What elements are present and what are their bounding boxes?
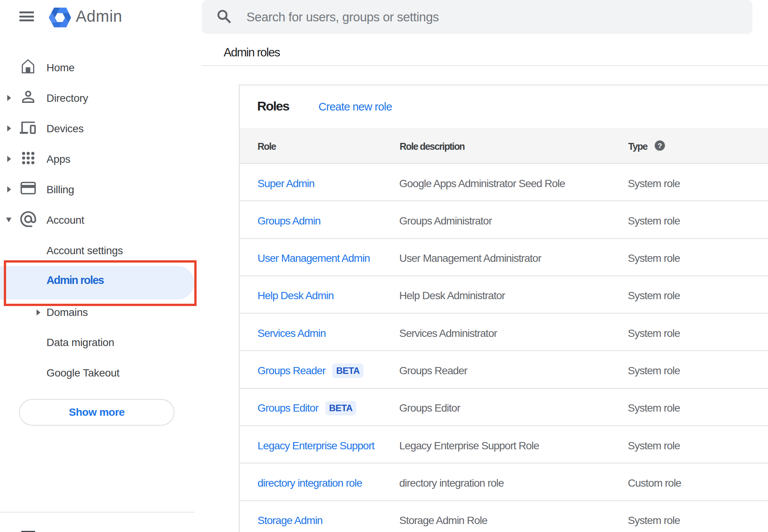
svg-text:?: ? (658, 142, 662, 150)
